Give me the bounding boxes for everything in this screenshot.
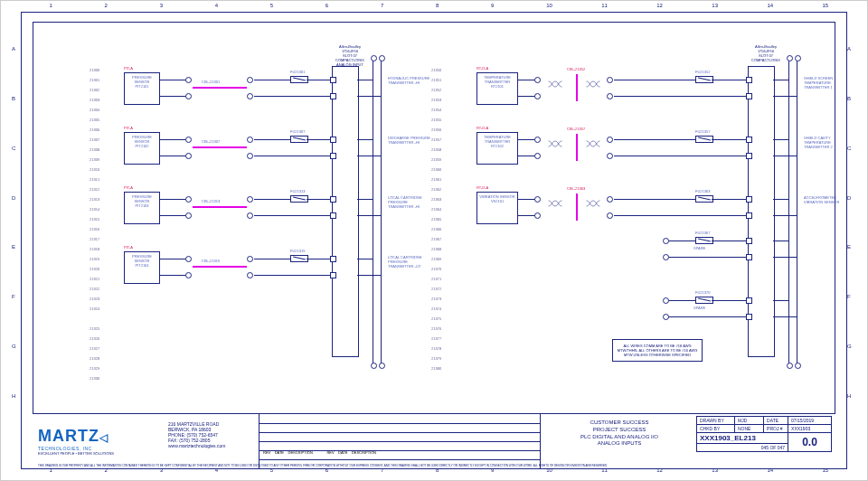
line-number: 21306	[90, 127, 99, 132]
terminal	[607, 137, 613, 143]
cable-label: CBL-21363	[567, 186, 585, 191]
cable-segment	[193, 206, 247, 208]
terminal	[185, 212, 192, 219]
terminal	[534, 196, 541, 203]
line-number: 21326	[90, 336, 99, 341]
line-number: 21327	[90, 346, 99, 351]
fuse-label: FU21367	[695, 231, 710, 235]
terminal	[607, 212, 613, 219]
wire	[160, 215, 187, 216]
cable-marker	[576, 193, 578, 221]
grid-col-label: 6	[326, 3, 328, 8]
sensor-box: PRESSURE SENSORPIT2103	[124, 192, 160, 224]
grid-col-label: 2	[105, 3, 108, 8]
cable-label: CBL-21319	[202, 259, 220, 263]
wire	[666, 257, 748, 258]
wire	[614, 199, 695, 200]
inner-frame: 2130021301213022130321304213052130621307…	[33, 22, 835, 414]
wire	[160, 259, 187, 259]
wire	[518, 156, 536, 156]
terminal	[185, 77, 192, 83]
grid-row-label: F	[847, 294, 851, 299]
wire	[773, 156, 797, 156]
fuse-icon	[695, 136, 713, 143]
grid-col-header-top: 123456789101112131415	[22, 4, 846, 13]
terminal	[247, 77, 253, 83]
plc-terminal	[330, 256, 336, 262]
wire	[712, 199, 748, 200]
line-number: 21354	[431, 108, 441, 112]
fuse-icon	[695, 297, 713, 304]
wire	[773, 96, 797, 97]
fuse-label: FU21319	[290, 249, 305, 253]
grid-row-label: E	[847, 244, 851, 250]
company-name-main: MARTZ	[38, 427, 99, 445]
wire	[614, 96, 748, 97]
grid-col-label: 4	[215, 3, 218, 8]
terminal	[534, 153, 541, 159]
wire	[518, 80, 536, 80]
plc-terminal	[330, 196, 336, 203]
line-number: 21322	[90, 287, 99, 291]
line-number: 21377	[431, 336, 441, 341]
bus-term	[787, 363, 793, 369]
plc-module-left	[332, 66, 359, 357]
wire	[357, 199, 373, 200]
sensor-box: PRESSURE SENSORPIT2101	[124, 72, 160, 105]
line-number: 21378	[431, 346, 441, 351]
line-number: 21307	[90, 137, 99, 142]
bus-term	[371, 55, 377, 61]
wire	[254, 139, 290, 140]
date: 07/15/2019	[788, 417, 832, 425]
line-number: 21353	[431, 98, 441, 102]
wire-note-box: ALL WIRES COMM ARE TO BE #18 AWG MTW/THH…	[612, 339, 703, 362]
terminal	[607, 196, 613, 203]
plc-terminal	[746, 153, 752, 159]
plc-terminal	[746, 77, 752, 83]
plc-terminal	[330, 77, 336, 83]
terminal	[607, 153, 613, 159]
plc-terminal	[330, 93, 336, 99]
cable-label: CBL-21352	[567, 67, 585, 71]
cable-marker	[576, 134, 578, 161]
plc-terminal	[746, 93, 752, 99]
sensor-tag: RT-D-A	[476, 66, 488, 71]
project-no: XXX1903	[788, 425, 832, 433]
grid-row-label: D	[12, 195, 15, 201]
grid-row-label: B	[847, 96, 851, 101]
channel-desc: LOCAL CARTRIDGE PRESSURE TRANSMITTER -HI	[388, 195, 433, 209]
terminal	[534, 77, 541, 83]
cable-label: CBL-21301	[202, 80, 220, 84]
grid-row-label: H	[847, 393, 851, 399]
wire	[773, 80, 789, 80]
wire	[357, 275, 381, 276]
plc-terminal	[746, 254, 752, 260]
wire	[712, 240, 748, 241]
sensor-box: PRESSURE SENSORPIT2104	[124, 251, 160, 284]
fuse-icon	[290, 76, 308, 83]
terminal	[607, 93, 613, 99]
line-number: 21358	[431, 147, 441, 152]
fuse-icon	[290, 255, 308, 262]
grid-col-label: 3	[160, 3, 163, 8]
grid-col-label: 8	[436, 3, 439, 8]
line-number: 21320	[90, 267, 99, 271]
line-number: 21350	[431, 68, 441, 72]
line-number: 21361	[431, 177, 441, 182]
title-meta: DRAWN BYMJDDATE07/15/2019 CHKD BYNONEPRO…	[696, 416, 832, 452]
wire	[357, 80, 373, 80]
wire	[357, 215, 381, 216]
fuse-label: FU21363	[695, 189, 710, 193]
grid-col-label: 15	[822, 3, 828, 8]
terminal	[247, 196, 253, 203]
wire	[773, 199, 789, 200]
terminal	[247, 272, 253, 278]
fuse-icon	[695, 195, 713, 203]
plc-terminal	[330, 212, 336, 219]
line-number: 21352	[431, 88, 441, 92]
bus-right-2	[797, 59, 797, 364]
line-number: 21360	[431, 167, 441, 172]
channel-desc: ACCELEROMETER VIBRATION SENSOR	[804, 195, 849, 204]
cable-label: CBL-21307	[202, 139, 220, 144]
channel-desc: HYDRAULIC PRESSURE TRANSMITTER -HI	[388, 76, 433, 85]
